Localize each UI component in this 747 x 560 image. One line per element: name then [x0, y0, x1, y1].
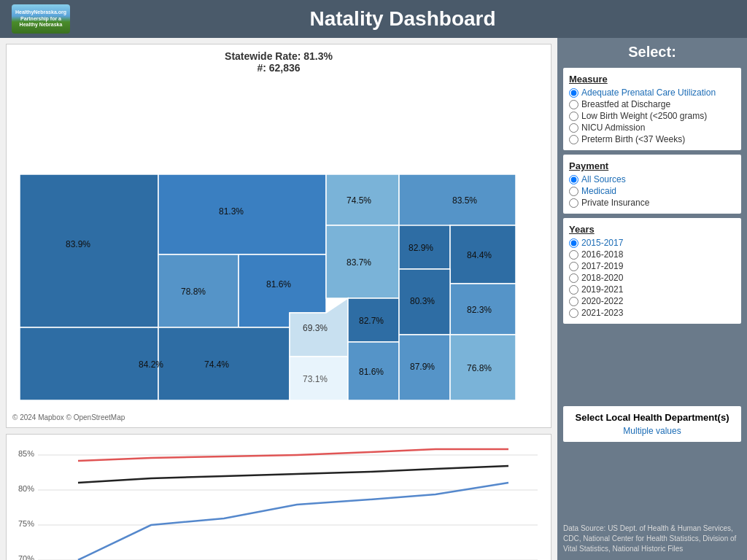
measure-preterm[interactable]: Preterm Birth (<37 Weeks) [569, 134, 735, 144]
statewide-info: Statewide Rate: 81.3% #: 62,836 [225, 50, 333, 74]
payment-box: Payment All Sources Medicaid Private Ins… [563, 155, 741, 214]
main-content: Statewide Rate: 81.3% #: 62,836 [0, 38, 747, 560]
label-sec2: 81.6% [359, 367, 384, 377]
payment-label: Payment [569, 160, 735, 171]
label-slc: 73.1% [303, 374, 328, 384]
line-blue [78, 483, 508, 560]
region-sw [20, 327, 158, 400]
label-sc: 69.3% [303, 323, 328, 333]
years-label: Years [569, 224, 735, 235]
payment-private-insurance[interactable]: Private Insurance [569, 198, 735, 208]
label-se2: 87.9% [410, 362, 435, 372]
lhd-box: Select Local Health Department(s) Multip… [563, 406, 741, 442]
map-container: Statewide Rate: 81.3% #: 62,836 [6, 44, 551, 428]
measure-label: Measure [569, 74, 735, 85]
year-2018-2020[interactable]: 2018-2020 [569, 273, 735, 283]
label-nc: 74.5% [347, 195, 371, 206]
label-nw: 81.3% [219, 206, 244, 217]
measure-radio-group: Adequate Prenatal Care Utilization Breas… [569, 88, 735, 144]
year-2019-2021[interactable]: 2019-2021 [569, 284, 735, 295]
payment-radio-group: All Sources Medicaid Private Insurance [569, 174, 735, 208]
logo: HealthyNebraska.org Partnership for a He… [12, 4, 70, 34]
label-el: 82.3% [467, 305, 492, 315]
payment-medicaid[interactable]: Medicaid [569, 186, 735, 196]
payment-all-sources[interactable]: All Sources [569, 174, 735, 184]
nebraska-map: 83.9% 81.3% 74.5% 83.5% 78.8% 81.6% 83.7… [12, 79, 538, 408]
label-fe: 76.8% [467, 363, 492, 373]
region-west [20, 174, 158, 327]
line-black [78, 466, 508, 483]
measure-adequate-prenatal[interactable]: Adequate Prenatal Care Utilization [569, 88, 735, 98]
label-sw: 84.2% [139, 359, 163, 370]
measure-box: Measure Adequate Prenatal Care Utilizati… [563, 68, 741, 150]
statewide-rate: Statewide Rate: 81.3% [225, 50, 333, 62]
measure-low-birth-weight[interactable]: Low Birth Weight (<2500 grams) [569, 111, 735, 121]
select-title: Select: [563, 44, 741, 61]
map-copyright: © 2024 Mapbox © OpenStreetMap [12, 413, 545, 421]
year-2020-2022[interactable]: 2020-2022 [569, 296, 735, 306]
year-2017-2019[interactable]: 2017-2019 [569, 261, 735, 271]
label-west: 83.9% [66, 239, 90, 249]
year-2015-2017[interactable]: 2015-2017 [569, 238, 735, 248]
label-ec: 82.9% [409, 243, 433, 253]
statewide-count: #: 62,836 [225, 62, 333, 74]
years-box: Years 2015-2017 2016-2018 2017-2019 2018… [563, 218, 741, 324]
label-ncl: 83.7% [347, 257, 371, 268]
label-se: 80.3% [410, 296, 435, 306]
label-sec1: 82.7% [359, 316, 384, 326]
y-label-80: 80% [18, 484, 34, 493]
year-2021-2023[interactable]: 2021-2023 [569, 308, 735, 318]
label-ne: 83.5% [452, 195, 477, 206]
label-cw: 78.8% [181, 287, 206, 297]
label-c: 81.6% [266, 279, 291, 289]
page-title: Natality Dashboard [70, 7, 735, 31]
y-label-75: 75% [18, 519, 34, 528]
header: HealthyNebraska.org Partnership for a He… [0, 0, 747, 38]
y-label-85: 85% [18, 449, 34, 458]
label-e: 84.4% [467, 250, 492, 260]
lhd-value[interactable]: Multiple values [569, 426, 735, 436]
measure-nicu[interactable]: NICU Admission [569, 122, 735, 133]
label-scw: 74.4% [204, 359, 229, 370]
y-label-70: 70% [18, 554, 34, 560]
year-2016-2018[interactable]: 2016-2018 [569, 249, 735, 260]
lhd-title: Select Local Health Department(s) [569, 412, 735, 423]
map-svg-wrapper: 83.9% 81.3% 74.5% 83.5% 78.8% 81.6% 83.7… [12, 79, 545, 411]
right-panel: Select: Measure Adequate Prenatal Care U… [557, 38, 747, 560]
measure-breastfed[interactable]: Breastfed at Discharge [569, 99, 735, 109]
years-radio-group: 2015-2017 2016-2018 2017-2019 2018-2020 … [569, 238, 735, 318]
trend-chart: 85% 80% 75% 70% 20 [12, 440, 545, 560]
chart-container: 85% 80% 75% 70% 20 [6, 434, 551, 560]
left-panel: Statewide Rate: 81.3% #: 62,836 [0, 38, 557, 560]
data-source: Data Source: US Dept. of Health & Human … [563, 524, 741, 554]
